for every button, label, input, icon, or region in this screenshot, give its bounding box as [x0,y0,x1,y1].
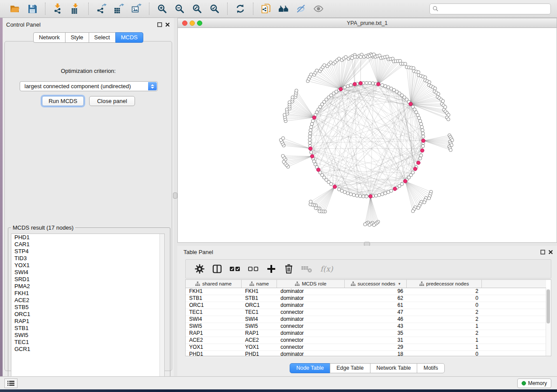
mcds-result-list[interactable]: PHD1CAR1STP4TID3YOX1SWI4SRD1PMA2FKH1ACE2… [11,234,165,386]
import-network-icon[interactable] [52,3,64,14]
toolbar-separator [227,3,228,15]
add-row-icon[interactable] [266,263,277,275]
result-node-item[interactable]: GCR1 [11,346,164,353]
gear-icon[interactable] [194,263,205,275]
table-row-ACE2[interactable]: ACE2ACE2connector311 [186,337,546,344]
tab-node-table[interactable]: Node Table [290,363,330,373]
cell-shared: ORC1 [186,302,242,309]
select-all-icon[interactable] [229,263,241,275]
desktop-background-bottom [0,389,557,392]
result-node-item[interactable]: CAR1 [11,241,164,248]
result-node-item[interactable]: YOX1 [11,262,164,269]
export-network-icon[interactable] [96,3,107,14]
float-panel-icon[interactable] [157,22,163,28]
node-table[interactable]: shared namenameMCDS rolesuccessor nodes▾… [185,279,551,356]
result-node-item[interactable]: STB1 [11,325,164,332]
table-row-SWI4[interactable]: SWI4SWI4dominator462 [186,316,546,323]
close-table-panel-icon[interactable] [548,249,554,255]
column-header-name[interactable]: name [242,280,277,288]
tab-motifs[interactable]: Motifs [417,363,444,373]
result-node-item[interactable]: SWI5 [11,332,164,339]
delete-row-icon[interactable] [284,263,294,275]
share-network-icon[interactable] [260,3,272,14]
result-node-item[interactable]: ACE2 [11,297,164,304]
tab-edge-table[interactable]: Edge Table [330,363,370,373]
run-mcds-button[interactable]: Run MCDS [42,96,84,106]
save-session-icon[interactable] [27,3,38,14]
table-row-TEC1[interactable]: TEC1TEC1connector472 [186,309,546,316]
result-node-item[interactable]: PMA2 [11,283,164,290]
vertical-split-divider[interactable] [174,18,177,376]
search-input[interactable] [429,3,551,14]
cell-succ: 18 [345,351,407,358]
tab-style[interactable]: Style [65,32,89,43]
toolbar-separator [45,3,45,15]
column-header-predecessor-nodes[interactable]: predecessor nodes [407,280,482,288]
tab-select[interactable]: Select [89,32,116,43]
refresh-icon[interactable] [235,3,246,14]
home-icon[interactable] [278,3,289,14]
column-header-shared-name[interactable]: shared name [186,280,242,288]
import-table-icon[interactable] [70,3,81,14]
mcds-buttons-row: Run MCDS Close panel [5,96,172,107]
result-node-item[interactable]: TEC1 [11,339,164,346]
cell-pred: 0 [407,302,482,309]
cell-role: dominator [277,302,345,309]
export-table-icon[interactable] [113,3,125,14]
result-node-item[interactable]: SRD1 [11,276,164,283]
tab-network-table[interactable]: Network Table [370,363,418,373]
result-list-scrollbar[interactable] [159,234,164,385]
result-node-item[interactable]: RAP1 [11,318,164,325]
network-graph[interactable] [178,28,557,242]
memory-button[interactable]: Memory [517,378,551,388]
cell-shared: FKH1 [186,288,242,295]
cell-shared: TEC1 [186,309,242,316]
result-node-item[interactable]: STB5 [11,304,164,311]
close-panel-button[interactable]: Close panel [89,96,135,106]
show-graphics-details-icon[interactable] [313,3,324,14]
table-row-YOX1[interactable]: YOX1YOX1connector291 [186,344,546,351]
cell-role: dominator [277,351,345,358]
zoom-in-icon[interactable] [156,3,168,14]
network-view-window: YPA_prune.txt_1 [177,18,557,243]
criterion-select[interactable]: largest connected component (undirected) [20,81,158,91]
hide-graphics-details-icon[interactable] [295,3,307,14]
table-row-PHD1[interactable]: PHD1PHD1dominator180 [186,351,546,358]
table-row-SWI5[interactable]: SWI5SWI5connector431 [186,323,546,330]
cell-shared: PHD1 [186,351,242,358]
result-node-item[interactable]: PHD1 [11,234,164,241]
result-node-item[interactable]: FKH1 [11,290,164,297]
vertical-split-handle[interactable] [173,193,177,199]
horizontal-split-divider[interactable] [177,243,557,246]
table-scrollbar[interactable] [546,289,550,356]
zoom-out-icon[interactable] [174,3,185,14]
network-canvas[interactable] [178,28,557,242]
table-row-STB1[interactable]: STB1STB1dominator620 [186,295,546,302]
open-session-icon[interactable] [9,3,21,14]
result-node-item[interactable]: ORC1 [11,311,164,318]
cell-shared: STB1 [186,295,242,302]
result-node-item[interactable]: TID3 [11,255,164,262]
table-row-ORC1[interactable]: ORC1ORC1dominator610 [186,302,546,309]
columns-icon[interactable] [212,263,222,275]
select-stepper-icon [148,82,157,90]
zoom-fit-icon[interactable] [191,3,203,14]
export-image-icon[interactable] [131,3,142,14]
close-panel-icon[interactable] [165,22,170,28]
result-node-item[interactable]: SWI4 [11,269,164,276]
network-window-titlebar[interactable]: YPA_prune.txt_1 [178,18,557,28]
table-scrollbar-thumb[interactable] [547,289,550,323]
result-node-item[interactable]: STP4 [11,248,164,255]
table-row-RAP1[interactable]: RAP1RAP1dominator352 [186,330,546,337]
tab-network[interactable]: Network [33,32,66,43]
column-header-successor-nodes[interactable]: successor nodes▾ [345,280,407,288]
unselect-all-icon[interactable] [248,263,259,275]
table-row-FKH1[interactable]: FKH1FKH1dominator962 [186,288,546,295]
show-panels-list-button[interactable] [4,378,17,388]
cell-role: dominator [277,316,345,323]
tab-mcds[interactable]: MCDS [115,32,143,43]
list-icon [7,380,15,387]
zoom-selected-icon[interactable] [209,3,220,14]
column-header-MCDS-role[interactable]: MCDS role [277,280,345,288]
float-table-panel-icon[interactable] [540,249,546,255]
